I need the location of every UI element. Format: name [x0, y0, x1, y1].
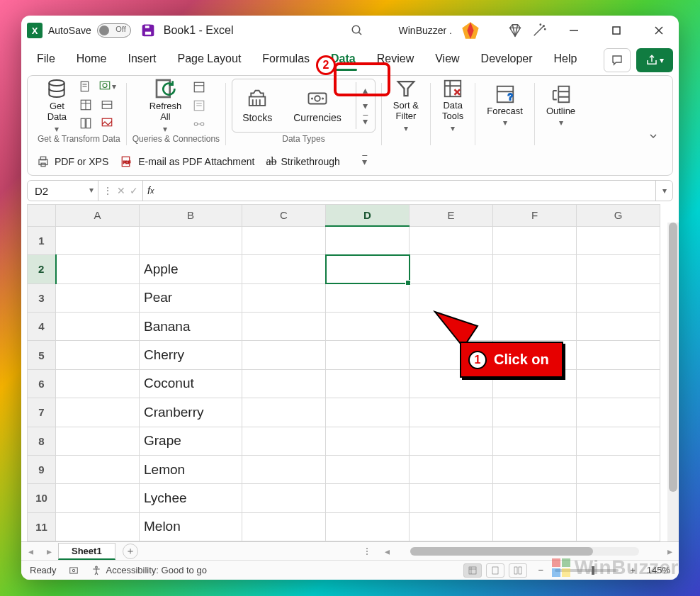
tab-help[interactable]: Help: [544, 48, 587, 72]
cell[interactable]: [56, 313, 140, 341]
sheet-nav-next-icon[interactable]: ▸: [43, 545, 55, 558]
account-picture-icon[interactable]: [461, 21, 480, 40]
cell[interactable]: [326, 398, 410, 427]
cell[interactable]: [493, 484, 577, 512]
edit-links-icon[interactable]: [190, 116, 208, 132]
select-all-corner[interactable]: [28, 205, 56, 227]
cell[interactable]: Apple: [140, 255, 242, 283]
cell[interactable]: Coconut: [140, 369, 242, 398]
diamond-icon[interactable]: [506, 21, 524, 40]
autosave-toggle[interactable]: Off: [97, 23, 131, 38]
col-header[interactable]: A: [56, 205, 140, 227]
datatype-down-icon[interactable]: ▾: [359, 98, 372, 113]
cell[interactable]: [56, 255, 140, 283]
cell[interactable]: Cranberry: [140, 398, 242, 427]
cell[interactable]: Lychee: [140, 484, 242, 512]
cell[interactable]: [326, 484, 410, 512]
cell[interactable]: [326, 283, 410, 312]
cell[interactable]: [493, 283, 577, 312]
tab-page-layout[interactable]: Page Layout: [167, 48, 251, 72]
cell[interactable]: [410, 255, 493, 283]
vertical-scrollbar[interactable]: [667, 223, 679, 541]
sheet-tab[interactable]: Sheet1: [58, 543, 115, 560]
tab-insert[interactable]: Insert: [118, 48, 166, 72]
accessibility-status[interactable]: Accessibility: Good to go: [91, 565, 207, 576]
tab-home[interactable]: Home: [67, 48, 117, 72]
forecast-button[interactable]: ? Forecast ▾: [481, 82, 529, 130]
page-layout-view-button[interactable]: [486, 563, 504, 578]
cell[interactable]: [577, 455, 660, 483]
comments-button[interactable]: [604, 48, 631, 72]
cell[interactable]: [242, 341, 326, 369]
tab-formulas[interactable]: Formulas: [252, 48, 320, 72]
cell[interactable]: [56, 512, 140, 541]
properties-icon[interactable]: [190, 98, 208, 113]
zoom-slider[interactable]: [555, 569, 619, 572]
queries-icon[interactable]: [190, 79, 208, 95]
cell[interactable]: [242, 255, 326, 283]
cell[interactable]: [577, 512, 660, 541]
maximize-button[interactable]: [602, 16, 631, 45]
row-header[interactable]: 1: [28, 226, 56, 254]
from-text-icon[interactable]: [77, 79, 95, 94]
share-button[interactable]: ▾: [636, 48, 673, 72]
collapse-ribbon-icon[interactable]: [644, 127, 662, 145]
cell[interactable]: [242, 398, 326, 427]
cell[interactable]: Banana: [140, 313, 242, 341]
cell[interactable]: [493, 313, 577, 341]
cell[interactable]: [410, 427, 493, 455]
cell[interactable]: [326, 369, 410, 398]
cell[interactable]: [326, 427, 410, 455]
row-header[interactable]: 5: [28, 341, 56, 369]
worksheet-grid[interactable]: ABCDEFG12Apple3Pear4Banana5Cherry6Coconu…: [27, 204, 679, 541]
col-header[interactable]: F: [493, 205, 577, 227]
name-box[interactable]: D2 ▾: [28, 181, 98, 201]
existing-conn-icon[interactable]: [77, 116, 95, 131]
cell[interactable]: [493, 398, 577, 427]
wand-icon[interactable]: [530, 21, 548, 40]
hscroll-right-icon[interactable]: ▸: [663, 545, 676, 558]
save-icon[interactable]: [141, 23, 155, 38]
cell[interactable]: [577, 255, 660, 283]
cell[interactable]: [577, 398, 660, 427]
cell[interactable]: Melon: [140, 512, 242, 541]
cell[interactable]: Grape: [140, 427, 242, 455]
pdf-xps-button[interactable]: PDF or XPS: [36, 155, 108, 168]
from-web-icon[interactable]: ▾: [98, 79, 116, 94]
cell[interactable]: [410, 455, 493, 483]
dots-icon[interactable]: ⋮: [103, 185, 113, 196]
cell[interactable]: [56, 427, 140, 455]
cell[interactable]: [493, 427, 577, 455]
strikethrough-button[interactable]: ab Strikethrough: [266, 155, 339, 168]
zoom-in-button[interactable]: +: [630, 565, 636, 575]
tab-file[interactable]: File: [27, 48, 65, 72]
col-header[interactable]: D: [326, 205, 410, 227]
row-header[interactable]: 2: [28, 255, 56, 283]
cell[interactable]: [242, 484, 326, 512]
cell[interactable]: [493, 512, 577, 541]
cell[interactable]: [56, 455, 140, 483]
from-picture-icon[interactable]: [98, 116, 116, 131]
tab-review[interactable]: Review: [367, 48, 424, 72]
outline-button[interactable]: Outline ▾: [541, 82, 581, 130]
split-handle[interactable]: [366, 544, 372, 558]
cell[interactable]: [326, 226, 410, 254]
close-button[interactable]: [645, 16, 673, 45]
macro-record-icon[interactable]: [68, 566, 79, 575]
normal-view-button[interactable]: [463, 563, 482, 578]
cell[interactable]: Cherry: [140, 341, 242, 369]
new-sheet-button[interactable]: ＋: [123, 544, 138, 559]
row-header[interactable]: 6: [28, 369, 56, 398]
fx-icon[interactable]: fx: [143, 185, 158, 196]
cell[interactable]: [242, 512, 326, 541]
cell[interactable]: [242, 369, 326, 398]
page-break-view-button[interactable]: [509, 563, 527, 578]
search-icon[interactable]: [348, 21, 366, 40]
row-header[interactable]: 11: [28, 512, 56, 541]
recent-sources-icon[interactable]: [98, 97, 116, 113]
enter-formula-icon[interactable]: ✓: [130, 185, 138, 196]
cell[interactable]: [493, 226, 577, 254]
expand-formula-icon[interactable]: ▾: [655, 181, 672, 201]
col-header[interactable]: C: [242, 205, 326, 227]
row-header[interactable]: 10: [28, 484, 56, 512]
